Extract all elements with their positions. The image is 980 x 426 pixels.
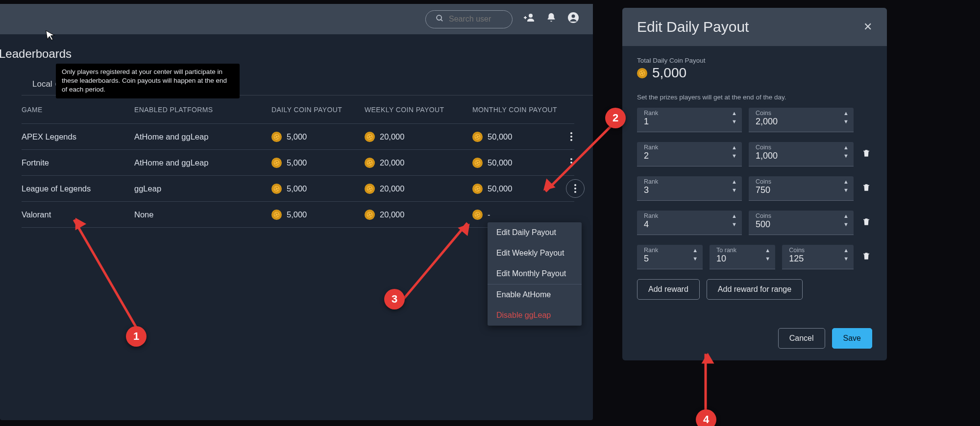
coins-field[interactable]: Coins 2,000 ▲▼ (749, 108, 854, 132)
cell-monthly: 50,000 (472, 132, 565, 142)
menu-edit-daily[interactable]: Edit Daily Payout (488, 222, 582, 243)
svg-point-4 (572, 15, 575, 18)
stepper-down-icon[interactable]: ▼ (843, 256, 849, 261)
stepper-down-icon[interactable]: ▼ (732, 188, 737, 193)
delete-reward-button[interactable] (860, 183, 872, 195)
menu-edit-monthly[interactable]: Edit Monthly Payout (488, 263, 582, 284)
coins-field[interactable]: Coins 500 ▲▼ (749, 211, 854, 235)
stepper-up-icon[interactable]: ▲ (765, 248, 770, 253)
reward-row: Rank 3 ▲▼ Coins 750 ▲▼ (637, 176, 872, 201)
delete-reward-button[interactable] (860, 251, 872, 263)
cell-game: Fortnite (22, 158, 134, 167)
total-value: 5,000 (652, 65, 686, 81)
cell-game: APEX Legends (22, 132, 134, 142)
helper-text: Set the prizes players will get at the e… (637, 94, 872, 101)
reward-range-row: Rank 5 ▲▼ To rank 10 ▲▼ Coins 125 ▲▼ (637, 245, 872, 269)
cell-weekly: 20,000 (365, 210, 472, 220)
add-user-icon[interactable] (523, 12, 535, 26)
coins-field[interactable]: Coins 1,000 ▲▼ (749, 142, 854, 166)
leaderboards-app: Leaderboards Only players registered at … (0, 4, 593, 420)
edit-daily-payout-modal: Edit Daily Payout ✕ Total Daily Coin Pay… (622, 8, 887, 360)
coin-icon (472, 210, 483, 220)
to-rank-field[interactable]: To rank 10 ▲▼ (710, 245, 775, 269)
annotation-badge: 4 (696, 409, 716, 426)
col-game: GAME (22, 106, 134, 114)
cell-weekly: 20,000 (365, 184, 472, 194)
save-button[interactable]: Save (832, 328, 872, 349)
rank-field[interactable]: Rank 4 ▲▼ (637, 211, 742, 235)
add-reward-button[interactable]: Add reward (637, 279, 700, 300)
stepper-down-icon[interactable]: ▼ (843, 222, 849, 227)
col-weekly: WEEKLY COIN PAYOUT (365, 106, 472, 114)
modal-header: Edit Daily Payout ✕ (622, 8, 887, 46)
tab-label: Local (32, 79, 52, 89)
cell-platforms: ggLeap (134, 184, 271, 193)
stepper-up-icon[interactable]: ▲ (843, 145, 849, 150)
leaderboard-table: GAME ENABLED PLATFORMS DAILY COIN PAYOUT… (22, 95, 574, 228)
stepper-up-icon[interactable]: ▲ (732, 111, 737, 116)
delete-reward-button[interactable] (860, 217, 872, 229)
annotation-badge: 2 (605, 108, 626, 128)
table-row: Fortnite AtHome and ggLeap 5,000 20,000 … (22, 150, 574, 176)
menu-enable-athome[interactable]: Enable AtHome (488, 284, 582, 305)
total-value-row: 5,000 (637, 65, 872, 81)
cell-daily: 5,000 (271, 132, 365, 142)
rank-field[interactable]: Rank 5 ▲▼ (637, 245, 703, 269)
coin-icon (472, 132, 483, 142)
add-reward-range-button[interactable]: Add reward for range (707, 279, 803, 300)
modal-title: Edit Daily Payout (637, 19, 749, 35)
cell-platforms: AtHome and ggLeap (134, 132, 271, 142)
account-icon[interactable] (567, 12, 579, 26)
menu-edit-weekly[interactable]: Edit Weekly Payout (488, 243, 582, 263)
cell-platforms: AtHome and ggLeap (134, 158, 271, 167)
stepper-up-icon[interactable]: ▲ (843, 111, 849, 116)
rank-field[interactable]: Rank 3 ▲▼ (637, 176, 742, 201)
search-input[interactable] (449, 15, 502, 24)
stepper-down-icon[interactable]: ▼ (692, 256, 698, 261)
stepper-down-icon[interactable]: ▼ (732, 222, 737, 227)
cell-monthly: 50,000 (472, 158, 565, 168)
stepper-up-icon[interactable]: ▲ (843, 179, 849, 185)
svg-point-2 (529, 14, 533, 18)
bell-icon[interactable] (546, 12, 557, 26)
stepper-up-icon[interactable]: ▲ (732, 145, 737, 150)
cell-daily: 5,000 (271, 158, 365, 168)
stepper-down-icon[interactable]: ▼ (843, 153, 849, 159)
stepper-up-icon[interactable]: ▲ (692, 248, 698, 253)
stepper-up-icon[interactable]: ▲ (732, 213, 737, 219)
stepper-up-icon[interactable]: ▲ (843, 213, 849, 219)
cancel-button[interactable]: Cancel (778, 328, 825, 349)
stepper-up-icon[interactable]: ▲ (843, 248, 849, 253)
cell-game: League of Legends (22, 184, 134, 193)
coin-icon (271, 132, 282, 142)
svg-point-0 (437, 15, 441, 20)
stepper-down-icon[interactable]: ▼ (765, 256, 770, 261)
col-daily: DAILY COIN PAYOUT (271, 106, 365, 114)
menu-disable-ggleap[interactable]: Disable ggLeap (488, 305, 582, 326)
coin-icon (472, 158, 483, 168)
stepper-up-icon[interactable]: ▲ (732, 179, 737, 185)
annotation-badge: 1 (126, 326, 147, 347)
stepper-down-icon[interactable]: ▼ (732, 153, 737, 159)
search-user-input-wrap[interactable] (425, 10, 513, 28)
row-menu-button[interactable] (565, 131, 577, 142)
stepper-down-icon[interactable]: ▼ (843, 119, 849, 124)
page-title: Leaderboards (0, 47, 593, 61)
add-buttons-row: Add reward Add reward for range (637, 279, 872, 300)
stepper-down-icon[interactable]: ▼ (843, 188, 849, 193)
coin-icon (365, 158, 375, 168)
delete-reward-button[interactable] (860, 148, 872, 161)
stepper-down-icon[interactable]: ▼ (732, 119, 737, 124)
svg-line-1 (441, 19, 443, 21)
reward-row: Rank 2 ▲▼ Coins 1,000 ▲▼ (637, 142, 872, 166)
close-icon[interactable]: ✕ (863, 21, 872, 33)
coins-field[interactable]: Coins 750 ▲▼ (749, 176, 854, 201)
rank-field[interactable]: Rank 1 ▲▼ (637, 108, 742, 132)
row-menu-button-active[interactable] (566, 179, 585, 198)
coin-icon (271, 158, 282, 168)
coins-field[interactable]: Coins 125 ▲▼ (782, 245, 854, 269)
rank-field[interactable]: Rank 2 ▲▼ (637, 142, 742, 166)
coin-icon (472, 184, 483, 194)
total-label: Total Daily Coin Payout (637, 57, 872, 64)
cell-weekly: 20,000 (365, 158, 472, 168)
